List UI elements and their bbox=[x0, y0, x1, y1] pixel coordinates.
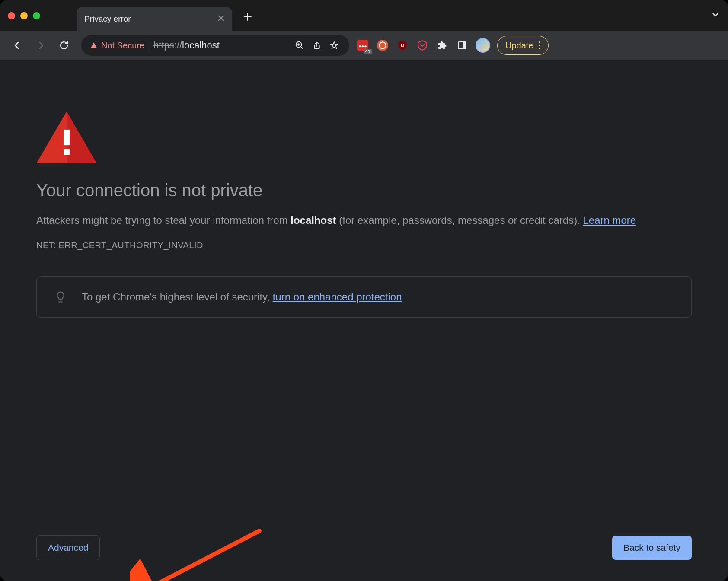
lastpass-extension-icon[interactable]: 41 bbox=[356, 39, 369, 52]
warning-triangle-icon bbox=[90, 42, 98, 49]
extension-icons: 41 u Update bbox=[356, 36, 549, 55]
update-label: Update bbox=[505, 41, 533, 51]
svg-point-5 bbox=[364, 45, 366, 47]
window-titlebar: Privacy error bbox=[0, 0, 728, 31]
body-prefix: Attackers might be trying to steal your … bbox=[36, 214, 291, 226]
back-button[interactable] bbox=[8, 36, 27, 55]
share-icon[interactable] bbox=[310, 39, 323, 52]
enhanced-protection-link[interactable]: turn on enhanced protection bbox=[273, 291, 402, 303]
enhanced-protection-tip: To get Chrome's highest level of securit… bbox=[36, 276, 692, 318]
duckduckgo-extension-icon[interactable] bbox=[376, 39, 389, 52]
window-close-button[interactable] bbox=[8, 12, 15, 19]
url-text: https://localhost bbox=[153, 40, 220, 51]
action-buttons: Advanced Back to safety bbox=[36, 535, 692, 560]
window-controls bbox=[8, 12, 40, 19]
svg-point-3 bbox=[359, 45, 361, 47]
url-scheme: https bbox=[153, 40, 174, 51]
reload-button[interactable] bbox=[54, 36, 73, 55]
lightbulb-icon bbox=[54, 290, 67, 303]
side-panel-icon[interactable] bbox=[456, 39, 469, 52]
divider bbox=[149, 40, 149, 51]
error-code: NET::ERR_CERT_AUTHORITY_INVALID bbox=[36, 240, 692, 250]
body-suffix: (for example, passwords, messages or cre… bbox=[336, 214, 583, 226]
tip-prefix: To get Chrome's highest level of securit… bbox=[82, 291, 273, 303]
extensions-puzzle-icon[interactable] bbox=[436, 39, 449, 52]
body-host: localhost bbox=[291, 214, 336, 226]
browser-window: Privacy error Not Secure bbox=[0, 0, 728, 581]
svg-rect-13 bbox=[64, 149, 70, 155]
warning-triangle-icon bbox=[36, 112, 692, 163]
page-heading: Your connection is not private bbox=[36, 181, 692, 200]
learn-more-link[interactable]: Learn more bbox=[583, 214, 636, 226]
back-to-safety-button[interactable]: Back to safety bbox=[612, 536, 692, 560]
window-maximize-button[interactable] bbox=[33, 12, 40, 19]
svg-text:u: u bbox=[401, 42, 404, 48]
window-minimize-button[interactable] bbox=[20, 12, 28, 19]
zoom-icon[interactable] bbox=[293, 39, 306, 52]
warning-body: Attackers might be trying to steal your … bbox=[36, 212, 692, 228]
advanced-button[interactable]: Advanced bbox=[36, 535, 100, 560]
svg-point-8 bbox=[380, 43, 386, 48]
new-tab-button[interactable] bbox=[238, 7, 257, 26]
ublock-extension-icon[interactable]: u bbox=[396, 39, 409, 52]
toolbar: Not Secure https://localhost 41 bbox=[0, 31, 728, 60]
address-bar[interactable]: Not Secure https://localhost bbox=[81, 35, 349, 56]
tab-title: Privacy error bbox=[84, 14, 212, 24]
close-tab-icon[interactable] bbox=[217, 14, 224, 24]
forward-button[interactable] bbox=[31, 36, 50, 55]
svg-rect-11 bbox=[463, 42, 466, 49]
security-label: Not Secure bbox=[101, 41, 144, 51]
pocket-extension-icon[interactable] bbox=[416, 39, 429, 52]
extension-badge: 41 bbox=[364, 49, 372, 54]
profile-avatar[interactable] bbox=[476, 38, 490, 53]
svg-point-4 bbox=[362, 45, 364, 47]
browser-tab[interactable]: Privacy error bbox=[77, 7, 232, 31]
tip-text: To get Chrome's highest level of securit… bbox=[82, 291, 402, 303]
url-host: localhost bbox=[182, 40, 220, 51]
page-content: Your connection is not private Attackers… bbox=[0, 60, 728, 581]
update-button[interactable]: Update bbox=[497, 36, 549, 55]
svg-rect-12 bbox=[64, 130, 70, 145]
tab-overflow-icon[interactable] bbox=[711, 10, 720, 21]
bookmark-star-icon[interactable] bbox=[328, 39, 341, 52]
url-separator: :// bbox=[174, 40, 182, 51]
menu-kebab-icon[interactable] bbox=[539, 42, 540, 49]
security-indicator[interactable]: Not Secure bbox=[90, 41, 144, 51]
